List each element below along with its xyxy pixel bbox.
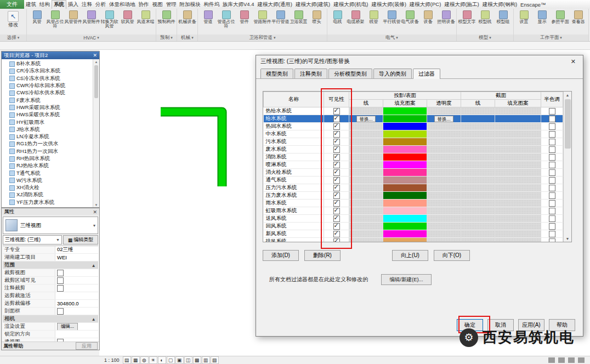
halftone-checkbox[interactable] [549, 192, 555, 199]
transparency-cell[interactable] [427, 123, 461, 130]
section-fill-cell[interactable] [495, 138, 541, 146]
halftone-checkbox[interactable] [549, 177, 555, 184]
projection-fill-swatch[interactable] [383, 184, 427, 192]
taskbar-icon[interactable] [568, 357, 575, 363]
ribbon-tab[interactable]: 系统 [52, 0, 66, 9]
taskbar-icon[interactable] [548, 357, 555, 363]
browser-tree-item[interactable]: F废水系统 [2, 96, 99, 104]
filter-row[interactable]: 排风系统 [264, 238, 563, 243]
ribbon-tab[interactable]: 构件坞 [202, 0, 222, 9]
halftone-cell[interactable] [541, 184, 563, 192]
projection-line-cell[interactable] [349, 192, 383, 200]
transparency-cell[interactable] [427, 153, 461, 161]
shadows-icon[interactable]: ◐ [158, 356, 166, 364]
ribbon-button[interactable]: 管道占位符 [217, 9, 235, 34]
browser-tree-item[interactable]: CWR冷却水回水系统 [2, 82, 99, 89]
move-up-button[interactable]: 向上(U) [392, 250, 428, 261]
col-header-projection[interactable]: 投影/表面 [349, 92, 461, 100]
filter-row[interactable]: 虹吸雨水系统 [264, 207, 563, 215]
section-fill-cell[interactable] [495, 184, 541, 192]
edit-type-button[interactable]: ▦ 编辑类型 [63, 235, 98, 244]
halftone-checkbox[interactable] [549, 108, 555, 115]
filter-visibility-cell[interactable] [324, 192, 349, 200]
ribbon-button[interactable]: 机械设备 [178, 9, 196, 34]
projection-line-cell[interactable] [349, 223, 383, 230]
section-line-cell[interactable] [461, 138, 495, 146]
type-selector[interactable]: 三维视图 ▾ [3, 217, 98, 234]
detail-level-icon[interactable]: ▦ [132, 356, 140, 364]
section-line-cell[interactable] [461, 115, 495, 123]
filter-visibility-cell[interactable] [324, 223, 349, 230]
halftone-cell[interactable] [541, 238, 563, 243]
ribbon-button[interactable]: 风道末端 [137, 9, 155, 34]
section-fill-cell[interactable] [495, 115, 541, 123]
property-value[interactable] [55, 292, 98, 299]
filter-row[interactable]: 通气系统 [264, 177, 563, 184]
property-value[interactable]: WEI [55, 254, 98, 261]
property-checkbox[interactable] [57, 339, 64, 342]
ribbon-group-label[interactable]: 工作平面▾ [514, 35, 588, 41]
dialog-tab[interactable]: 过滤器 [413, 69, 440, 79]
add-filter-button[interactable]: 添加(D) [263, 250, 299, 261]
browser-tree-item[interactable]: HY虹吸雨水 [2, 118, 99, 126]
projection-fill-swatch[interactable] [383, 115, 427, 123]
dialog-tab[interactable]: 注释类别 [294, 69, 327, 78]
browser-tree-item[interactable]: RH1热力一次回水 [2, 148, 99, 155]
section-fill-cell[interactable] [495, 215, 541, 223]
halftone-cell[interactable] [541, 215, 563, 223]
projection-line-cell[interactable] [349, 161, 383, 169]
col-header-section-line[interactable]: 线 [461, 100, 495, 107]
ribbon-tab[interactable]: 建模大师(通用) [256, 0, 294, 9]
filter-row[interactable]: 中水系统 [264, 130, 563, 138]
col-header-name[interactable]: 名称 [264, 92, 324, 107]
filter-row[interactable]: 给水系统替换...替换... [264, 115, 563, 123]
browser-tree-item[interactable]: YF压力废水系统 [2, 199, 99, 206]
halftone-checkbox[interactable] [549, 215, 555, 222]
taskbar-icon[interactable] [558, 357, 565, 363]
ribbon-tab[interactable]: 视图 [151, 0, 164, 9]
filter-visibility-cell[interactable] [324, 153, 349, 161]
browser-tree-item[interactable]: CWS冷却水供水系统 [2, 89, 99, 96]
filter-row[interactable]: 新风系统 [264, 230, 563, 238]
halftone-checkbox[interactable] [549, 185, 555, 191]
ribbon-tab[interactable]: 体量和场地 [107, 0, 137, 9]
section-line-cell[interactable] [461, 215, 495, 223]
section-line-cell[interactable] [461, 230, 495, 238]
close-icon[interactable]: ✕ [93, 53, 97, 58]
filter-visibility-cell[interactable] [324, 177, 349, 184]
halftone-cell[interactable] [541, 153, 563, 161]
filter-visibility-cell[interactable] [324, 215, 349, 223]
remove-filter-button[interactable]: 删除(R) [304, 250, 341, 261]
property-value[interactable]: 02三维 [55, 246, 98, 253]
properties-help-link[interactable]: 属性帮助 [3, 343, 23, 350]
filter-row[interactable]: 喷淋系统 [264, 161, 563, 169]
properties-title-bar[interactable]: 属性 ✕ [2, 208, 99, 215]
projection-fill-swatch[interactable] [383, 161, 427, 169]
close-icon[interactable]: ✕ [93, 209, 97, 215]
transparency-cell[interactable] [427, 130, 461, 138]
section-line-cell[interactable] [461, 238, 495, 243]
halftone-cell[interactable] [541, 223, 563, 230]
projection-line-cell[interactable] [349, 215, 383, 223]
section-fill-cell[interactable] [495, 146, 541, 153]
section-line-cell[interactable] [461, 223, 495, 230]
transparency-override-button[interactable]: 替换... [434, 116, 453, 122]
halftone-checkbox[interactable] [549, 131, 555, 138]
table-scrollbar[interactable]: ▲ ▼ [563, 92, 571, 242]
property-section[interactable]: 范围▴ [3, 261, 98, 269]
halftone-cell[interactable] [541, 123, 563, 130]
col-header-transparency[interactable]: 透明度 [427, 100, 461, 107]
filter-row[interactable]: 废水系统 [264, 146, 563, 153]
section-line-cell[interactable] [461, 177, 495, 184]
property-checkbox[interactable] [57, 308, 64, 315]
section-line-cell[interactable] [461, 161, 495, 169]
ribbon-button[interactable]: 风管附件 [82, 9, 100, 34]
show-crop-region-icon[interactable]: ▣ [175, 356, 184, 364]
ribbon-button[interactable]: 电线 [328, 9, 347, 34]
ribbon-button[interactable]: 转换为软风管 [100, 9, 118, 34]
projection-fill-swatch[interactable] [383, 215, 427, 223]
ribbon-tab[interactable]: 附加模块 [178, 0, 202, 9]
halftone-cell[interactable] [541, 161, 563, 169]
filter-visibility-cell[interactable] [324, 130, 349, 138]
projection-fill-swatch[interactable] [383, 207, 427, 215]
